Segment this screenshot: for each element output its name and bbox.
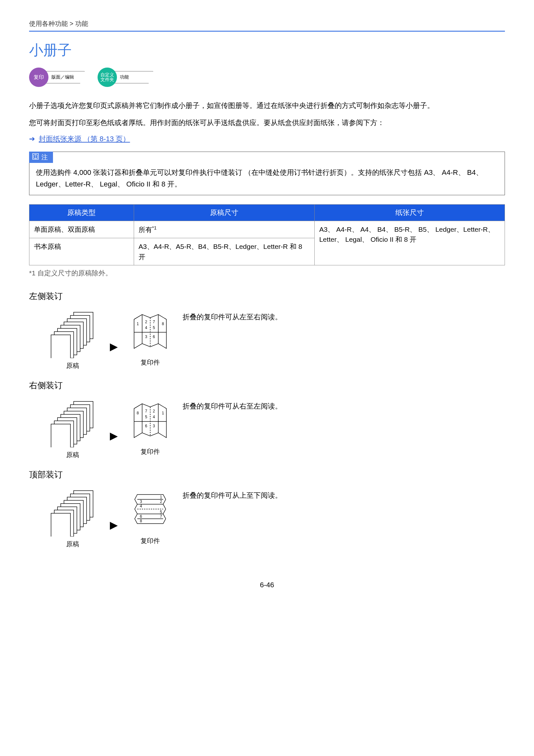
desc-right: 折叠的复印件可从右至左阅读。 bbox=[183, 399, 282, 411]
svg-text:1: 1 bbox=[52, 336, 55, 341]
svg-text:5: 5 bbox=[160, 510, 162, 514]
copies-block: 1278 45 36 复印件 bbox=[131, 310, 169, 367]
desc-top: 折叠的复印件可从上至下阅读。 bbox=[183, 488, 282, 500]
cell-size-2: A3、A4-R、A5-R、B4、B5-R、Ledger、Letter-R 和 8… bbox=[134, 238, 314, 265]
originals-label: 原稿 bbox=[66, 361, 79, 370]
note-header: 注 bbox=[29, 151, 53, 163]
badge-copy-group: 复印 版面／编辑 bbox=[29, 68, 85, 87]
badge-custom-group: 自定义 文件夹 功能 bbox=[98, 68, 153, 87]
originals-block: 8 7 6 5 4 3 2 1 原稿 bbox=[48, 399, 97, 459]
svg-text:4: 4 bbox=[153, 415, 155, 419]
copies-label: 复印件 bbox=[140, 447, 160, 456]
svg-text:5: 5 bbox=[153, 325, 155, 330]
svg-text:6: 6 bbox=[145, 424, 147, 428]
note-body: 使用选购件 4,000 张装订器和折叠单元可以对复印件执行中缝装订 （在中缝处使… bbox=[29, 167, 505, 189]
svg-text:1: 1 bbox=[52, 514, 55, 519]
section-left-binding: 左侧装订 bbox=[29, 290, 505, 302]
function-tab: 功能 bbox=[114, 71, 153, 83]
illus-row-left: 8 7 6 5 4 3 2 1 原稿 ▶ 1278 45 bbox=[29, 310, 505, 370]
badge-row: 复印 版面／编辑 自定义 文件夹 功能 bbox=[29, 68, 505, 87]
svg-text:5: 5 bbox=[145, 415, 147, 419]
cell-paper-size: A3、 A4-R、 A4、 B4、 B5-R、 B5、 Ledger、Lette… bbox=[315, 221, 505, 265]
svg-text:4: 4 bbox=[140, 504, 142, 508]
copies-block: 8721 54 63 复印件 bbox=[131, 399, 169, 456]
svg-text:8: 8 bbox=[137, 411, 139, 415]
svg-text:2: 2 bbox=[153, 409, 155, 413]
svg-text:3: 3 bbox=[145, 335, 147, 339]
svg-text:3: 3 bbox=[153, 424, 155, 428]
cell-size-1: 所有*1 bbox=[134, 221, 314, 238]
originals-label: 原稿 bbox=[66, 450, 79, 459]
svg-text:6: 6 bbox=[153, 335, 155, 339]
page-number: 6-46 bbox=[29, 581, 505, 589]
originals-icon: 8 7 6 5 4 3 2 1 bbox=[48, 488, 97, 536]
illus-row-top: 8 7 6 5 4 3 2 1 原稿 ▶ 13 bbox=[29, 488, 505, 549]
cover-paper-source-link[interactable]: 封面纸张来源 （第 8-13 页） bbox=[39, 134, 130, 144]
section-top-binding: 顶部装订 bbox=[29, 469, 505, 480]
custom-box-circle: 自定义 文件夹 bbox=[98, 68, 117, 87]
footnote: *1 自定义尺寸的原稿除外。 bbox=[29, 269, 505, 278]
svg-text:7: 7 bbox=[160, 514, 162, 519]
th-paper-size: 纸张尺寸 bbox=[315, 204, 505, 221]
copy-circle: 复印 bbox=[29, 68, 48, 87]
cell-size-1-text: 所有 bbox=[139, 226, 152, 233]
svg-text:8: 8 bbox=[140, 519, 142, 523]
svg-text:1: 1 bbox=[160, 495, 162, 500]
booklet-top-icon: 13 24 56 78 bbox=[131, 488, 169, 533]
copies-block: 13 24 56 78 复印件 bbox=[131, 488, 169, 545]
link-row: ➔ 封面纸张来源 （第 8-13 页） bbox=[29, 134, 505, 144]
arrow-icon: ▶ bbox=[110, 430, 118, 442]
svg-text:1: 1 bbox=[137, 322, 139, 326]
svg-text:7: 7 bbox=[145, 409, 147, 413]
page-title: 小册子 bbox=[29, 41, 505, 60]
spec-table: 原稿类型 原稿尺寸 纸张尺寸 单面原稿、双面原稿 所有*1 A3、 A4-R、 … bbox=[29, 204, 505, 266]
svg-text:3: 3 bbox=[140, 500, 142, 504]
copies-label: 复印件 bbox=[140, 536, 160, 545]
cell-type-2: 书本原稿 bbox=[29, 238, 134, 265]
section-right-binding: 右侧装订 bbox=[29, 380, 505, 391]
note-icon bbox=[32, 153, 39, 161]
originals-block: 8 7 6 5 4 3 2 1 原稿 bbox=[48, 310, 97, 370]
illus-row-right: 8 7 6 5 4 3 2 1 原稿 ▶ 8721 54 bbox=[29, 399, 505, 459]
originals-block: 8 7 6 5 4 3 2 1 原稿 bbox=[48, 488, 97, 549]
svg-text:1: 1 bbox=[162, 411, 164, 415]
paragraph-2: 您可将封面页打印至彩色纸或者厚纸。用作封面的纸张可从手送纸盘供应。要从纸盒供应封… bbox=[29, 117, 505, 128]
arrow-icon: ▶ bbox=[110, 519, 118, 531]
originals-icon: 8 7 6 5 4 3 2 1 bbox=[48, 310, 97, 358]
booklet-left-icon: 1278 45 36 bbox=[131, 310, 169, 355]
copy-tab: 版面／编辑 bbox=[46, 71, 85, 83]
cell-type-1: 单面原稿、双面原稿 bbox=[29, 221, 134, 238]
note-box: 注 使用选购件 4,000 张装订器和折叠单元可以对复印件执行中缝装订 （在中缝… bbox=[29, 151, 505, 195]
paragraph-1: 小册子选项允许您复印页式原稿并将它们制作成小册子，如宣传图册等。通过在纸张中央进… bbox=[29, 100, 505, 111]
svg-text:7: 7 bbox=[153, 320, 155, 324]
copies-label: 复印件 bbox=[140, 358, 160, 367]
svg-text:1: 1 bbox=[52, 425, 55, 430]
booklet-right-icon: 8721 54 63 bbox=[131, 399, 169, 444]
svg-text:2: 2 bbox=[145, 320, 147, 324]
th-original-size: 原稿尺寸 bbox=[134, 204, 314, 221]
note-label: 注 bbox=[41, 153, 48, 162]
table-row: 单面原稿、双面原稿 所有*1 A3、 A4-R、 A4、 B4、 B5-R、 B… bbox=[29, 221, 505, 238]
svg-text:4: 4 bbox=[145, 325, 147, 330]
originals-label: 原稿 bbox=[66, 540, 79, 549]
breadcrumb: 使用各种功能 > 功能 bbox=[29, 19, 505, 28]
svg-text:6: 6 bbox=[140, 514, 142, 519]
arrow-icon: ▶ bbox=[110, 340, 118, 353]
svg-text:2: 2 bbox=[160, 500, 162, 504]
th-original-type: 原稿类型 bbox=[29, 204, 134, 221]
arrow-right-icon: ➔ bbox=[29, 135, 35, 143]
originals-icon: 8 7 6 5 4 3 2 1 bbox=[48, 399, 97, 447]
desc-left: 折叠的复印件可从左至右阅读。 bbox=[183, 310, 282, 322]
cell-size-1-sup: *1 bbox=[152, 225, 157, 230]
svg-text:8: 8 bbox=[162, 322, 164, 326]
divider bbox=[29, 31, 505, 32]
